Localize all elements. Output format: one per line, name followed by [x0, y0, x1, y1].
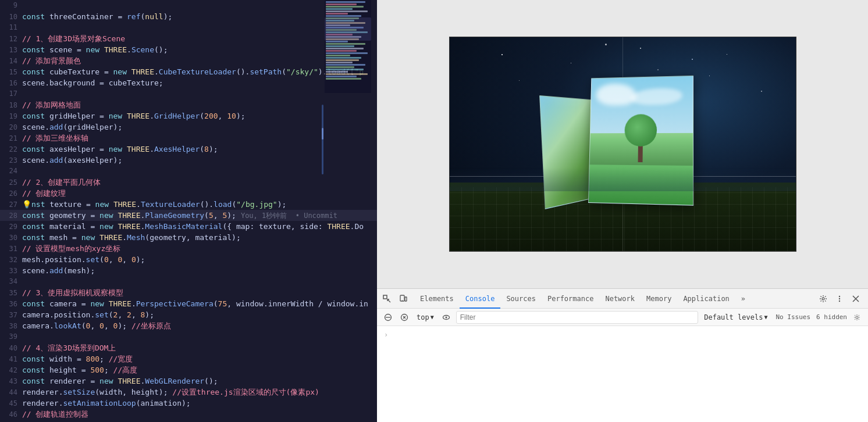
- console-filter-input[interactable]: [456, 311, 699, 324]
- console-filter-button[interactable]: [398, 311, 411, 324]
- table-row: 22 const axesHelper = new THREE.AxesHelp…: [0, 144, 377, 155]
- log-levels-selector[interactable]: Default levels ▼: [702, 312, 770, 323]
- line-number: 29: [0, 221, 22, 233]
- code-content: const cubeTexture = new THREE.CubeTextur…: [22, 66, 377, 77]
- code-content: const geometry = new THREE.PlaneGeometry…: [22, 210, 377, 221]
- table-row: 17: [0, 88, 377, 99]
- line-number: 16: [0, 78, 22, 89]
- code-content: camera.lookAt(0, 0, 0); //坐标原点: [22, 320, 377, 331]
- code-content: const height = 500; //高度: [22, 364, 377, 375]
- hidden-settings-button[interactable]: [851, 311, 863, 324]
- svg-point-3: [402, 300, 403, 301]
- code-content: const scene = new THREE.Scene();: [22, 44, 377, 55]
- table-row: 33 scene.add(mesh);: [0, 265, 377, 276]
- issues-badge: No Issues: [773, 313, 813, 321]
- minimap-lines: [325, 0, 371, 81]
- threejs-canvas: [449, 37, 796, 252]
- console-content: ›: [377, 326, 868, 422]
- tab-performance[interactable]: Performance: [542, 289, 599, 309]
- devtools-close-button[interactable]: [848, 291, 863, 306]
- table-row: 20 scene.add(gridHelper);: [0, 121, 377, 133]
- table-row: 31 // 设置模型mesh的xyz坐标: [0, 243, 377, 254]
- table-row: 10 const threeContainer = ref(null);: [0, 11, 377, 22]
- code-content: 💡nst texture = new THREE.TextureLoader()…: [22, 199, 377, 210]
- star: [657, 69, 659, 70]
- line-number: 41: [0, 354, 22, 365]
- table-row: 29 const material = new THREE.MeshBasicM…: [0, 221, 377, 232]
- default-levels-label: Default levels: [704, 313, 763, 321]
- console-chevron[interactable]: ›: [382, 330, 390, 340]
- table-row: 27 💡nst texture = new THREE.TextureLoade…: [0, 199, 377, 210]
- devtools-more-button[interactable]: [832, 291, 847, 306]
- code-content: // 创建纹理: [22, 188, 377, 199]
- hidden-count: 6 hidden: [816, 313, 847, 321]
- line-number: 38: [0, 321, 22, 332]
- table-row: 46 // 创建轨道控制器: [0, 409, 377, 420]
- line-number: 45: [0, 398, 22, 409]
- line-number: 19: [0, 111, 22, 122]
- svg-point-11: [445, 316, 447, 318]
- table-row: 42 const height = 500; //高度: [0, 364, 377, 375]
- context-dropdown-icon: ▼: [431, 314, 434, 320]
- line-number: 23: [0, 155, 22, 166]
- code-content: // 设置模型mesh的xyz坐标: [22, 243, 377, 254]
- code-content: // 创建轨道控制器: [22, 409, 377, 420]
- table-row: 36 const camera = new THREE.PerspectiveC…: [0, 298, 377, 309]
- inspect-element-button[interactable]: [379, 291, 394, 306]
- code-content: // 添加三维坐标轴: [22, 133, 377, 144]
- table-row: 40 // 4、渲染3D场景到DOM上: [0, 342, 377, 353]
- star: [692, 59, 693, 60]
- line-number: 34: [0, 276, 22, 287]
- console-clear-button[interactable]: [382, 311, 394, 324]
- code-content: const mesh = new THREE.Mesh(geometry, ma…: [22, 232, 377, 243]
- svg-rect-0: [383, 295, 387, 299]
- table-row: 25 // 2、创建平面几何体: [0, 177, 377, 188]
- tab-network[interactable]: Network: [599, 289, 641, 309]
- code-content: scene.add(mesh);: [22, 265, 377, 276]
- star: [761, 91, 762, 92]
- device-toolbar-button[interactable]: [396, 291, 411, 306]
- tab-more[interactable]: »: [735, 289, 751, 309]
- tab-memory[interactable]: Memory: [641, 289, 677, 309]
- line-number: 37: [0, 310, 22, 321]
- table-row: 41 const width = 800; //宽度: [0, 353, 377, 364]
- tab-application[interactable]: Application: [677, 289, 735, 309]
- line-number: 22: [0, 144, 22, 155]
- tab-console[interactable]: Console: [460, 289, 501, 309]
- table-row: 45 renderer.setAnimationLoop(animation);: [0, 398, 377, 409]
- line-number: 15: [0, 67, 22, 78]
- code-content: const material = new THREE.MeshBasicMate…: [22, 221, 377, 232]
- code-content: // 1、创建3D场景对象Scene: [22, 33, 377, 44]
- star: [519, 80, 520, 81]
- line-number: 43: [0, 376, 22, 387]
- line-number: 40: [0, 343, 22, 354]
- code-editor[interactable]: 9 10 const threeContainer = ref(null); 1…: [0, 0, 377, 422]
- preview-area: [377, 0, 868, 288]
- code-content: mesh.position.set(0, 0, 0);: [22, 254, 377, 265]
- console-toolbar: top ▼ Default levels ▼ No Issues 6 hidde…: [377, 309, 868, 326]
- line-number: 36: [0, 299, 22, 310]
- live-expressions-button[interactable]: [440, 311, 453, 324]
- context-selector[interactable]: top ▼: [414, 312, 436, 323]
- line-number: 18: [0, 100, 22, 111]
- line-number: 25: [0, 177, 22, 188]
- code-content: const width = 800; //宽度: [22, 353, 377, 364]
- table-row: 43 const renderer = new THREE.WebGLRende…: [0, 375, 377, 387]
- table-row: 38 camera.lookAt(0, 0, 0); //坐标原点: [0, 320, 377, 331]
- code-content: // 添加网格地面: [22, 99, 377, 110]
- code-content: const renderer = new THREE.WebGLRenderer…: [22, 375, 377, 387]
- table-row: 30 const mesh = new THREE.Mesh(geometry,…: [0, 232, 377, 243]
- line-number: 24: [0, 166, 22, 177]
- table-row: 11: [0, 22, 377, 33]
- table-row: 34: [0, 276, 377, 287]
- table-row: 28 const geometry = new THREE.PlaneGeome…: [0, 210, 377, 221]
- devtools-settings-button[interactable]: [816, 291, 831, 306]
- line-number: 10: [0, 12, 22, 23]
- code-content: // 3、使用虚拟相机观察模型: [22, 287, 377, 298]
- line-number: 46: [0, 409, 22, 420]
- tab-sources[interactable]: Sources: [500, 289, 542, 309]
- tab-elements[interactable]: Elements: [414, 289, 460, 309]
- code-content: const axesHelper = new THREE.AxesHelper(…: [22, 144, 377, 155]
- line-number: 39: [0, 331, 22, 342]
- table-row: 35 // 3、使用虚拟相机观察模型: [0, 287, 377, 298]
